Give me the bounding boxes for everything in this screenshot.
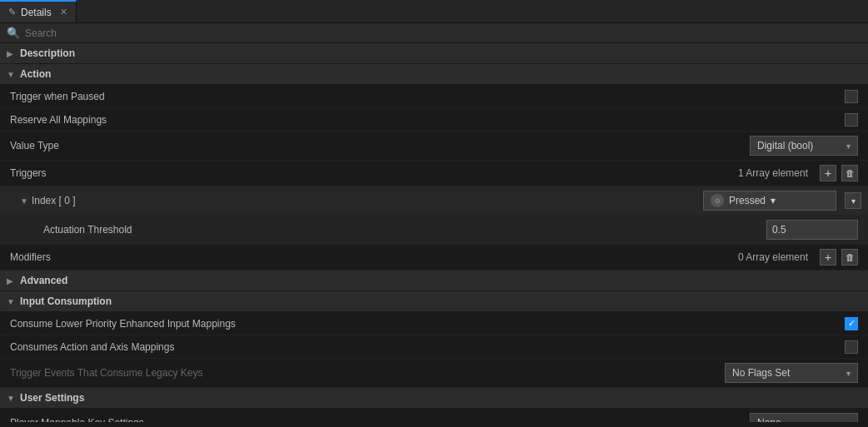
search-input[interactable] bbox=[25, 27, 861, 39]
triggers-array-label: 1 Array element bbox=[738, 167, 808, 179]
consumes-action-label: Consumes Action and Axis Mappings bbox=[10, 341, 845, 353]
player-mappable-row: Player Mappable Key Settings None ▾ bbox=[0, 409, 868, 422]
trigger-when-paused-label: Trigger when Paused bbox=[10, 91, 845, 102]
tab-close-button[interactable]: ✕ bbox=[60, 7, 67, 17]
triggers-control: 1 Array element + 🗑 bbox=[738, 165, 858, 181]
advanced-chevron-icon: ▶ bbox=[7, 276, 17, 285]
consumes-action-checkbox[interactable] bbox=[845, 340, 858, 354]
pencil-icon: ✎ bbox=[8, 7, 16, 17]
action-section-header[interactable]: ▼ Action bbox=[0, 64, 868, 85]
consume-lower-control bbox=[845, 317, 858, 330]
value-type-control: Digital (bool) ▾ bbox=[750, 136, 858, 156]
consume-lower-checkbox[interactable] bbox=[845, 317, 858, 330]
tab-label: Details bbox=[21, 7, 52, 18]
trigger-events-dropdown-text: No Flags Set bbox=[732, 367, 841, 379]
index-label-group: ▼ Index [ 0 ] bbox=[7, 195, 703, 206]
triggers-row: Triggers 1 Array element + 🗑 bbox=[0, 161, 868, 186]
trigger-when-paused-row: Trigger when Paused bbox=[0, 85, 868, 108]
index-row: ▼ Index [ 0 ] ⊙ Pressed ▾ ▾ bbox=[0, 186, 868, 216]
modifiers-label: Modifiers bbox=[10, 251, 738, 263]
pressed-dropdown-arrow-icon: ▾ bbox=[771, 195, 776, 206]
reserve-all-mappings-row: Reserve All Mappings bbox=[0, 108, 868, 132]
triggers-add-button[interactable]: + bbox=[820, 165, 836, 181]
action-chevron-icon: ▼ bbox=[7, 70, 17, 79]
description-section-title: Description bbox=[20, 47, 75, 59]
consumes-action-row: Consumes Action and Axis Mappings bbox=[0, 335, 868, 359]
consume-lower-label: Consume Lower Priority Enhanced Input Ma… bbox=[10, 318, 845, 330]
value-type-row: Value Type Digital (bool) ▾ bbox=[0, 132, 868, 161]
search-icon: 🔍 bbox=[7, 27, 20, 39]
actuation-threshold-control bbox=[766, 220, 858, 240]
tab-bar: ✎ Details ✕ bbox=[0, 0, 868, 23]
input-consumption-chevron-icon: ▼ bbox=[7, 297, 17, 306]
advanced-section-header[interactable]: ▶ Advanced bbox=[0, 271, 868, 291]
reserve-all-mappings-checkbox[interactable] bbox=[845, 113, 858, 127]
details-tab[interactable]: ✎ Details ✕ bbox=[0, 0, 77, 22]
actuation-threshold-label: Actuation Threshold bbox=[10, 224, 766, 236]
player-mappable-dropdown-text: None bbox=[757, 417, 841, 422]
reserve-all-mappings-label: Reserve All Mappings bbox=[10, 114, 845, 126]
input-consumption-section-header[interactable]: ▼ Input Consumption bbox=[0, 291, 868, 312]
trigger-events-row: Trigger Events That Consume Legacy Keys … bbox=[0, 359, 868, 388]
triggers-delete-button[interactable]: 🗑 bbox=[841, 165, 858, 181]
consumes-action-control bbox=[845, 340, 858, 354]
modifiers-add-button[interactable]: + bbox=[820, 249, 836, 266]
consume-lower-row: Consume Lower Priority Enhanced Input Ma… bbox=[0, 312, 868, 335]
input-consumption-section-title: Input Consumption bbox=[20, 295, 112, 307]
value-type-label: Value Type bbox=[10, 140, 750, 151]
index-controls: ⊙ Pressed ▾ ▾ bbox=[703, 191, 861, 211]
modifiers-control: 0 Array element + 🗑 bbox=[738, 249, 858, 266]
search-bar: 🔍 bbox=[0, 23, 868, 43]
trigger-events-dropdown-arrow-icon: ▾ bbox=[846, 369, 851, 378]
reserve-all-mappings-control bbox=[845, 113, 858, 127]
player-mappable-dropdown[interactable]: None ▾ bbox=[750, 413, 858, 422]
player-mappable-label: Player Mappable Key Settings bbox=[10, 417, 750, 422]
value-type-dropdown-text: Digital (bool) bbox=[757, 140, 841, 151]
trigger-when-paused-checkbox[interactable] bbox=[845, 90, 858, 103]
actuation-threshold-input[interactable] bbox=[766, 220, 858, 240]
modifiers-row: Modifiers 0 Array element + 🗑 bbox=[0, 245, 868, 271]
pressed-icon: ⊙ bbox=[711, 194, 724, 207]
description-section-header[interactable]: ▶ Description bbox=[0, 43, 868, 64]
pressed-dropdown-text: Pressed bbox=[729, 195, 766, 206]
trigger-events-dropdown[interactable]: No Flags Set ▾ bbox=[725, 363, 858, 383]
user-settings-section-header[interactable]: ▼ User Settings bbox=[0, 388, 868, 409]
user-settings-section-title: User Settings bbox=[20, 392, 84, 404]
trigger-events-control: No Flags Set ▾ bbox=[725, 363, 858, 383]
trigger-events-label: Trigger Events That Consume Legacy Keys bbox=[10, 367, 725, 379]
trigger-when-paused-control bbox=[845, 90, 858, 103]
value-type-dropdown[interactable]: Digital (bool) ▾ bbox=[750, 136, 858, 156]
player-mappable-control: None ▾ bbox=[750, 413, 858, 422]
index-label-text: Index [ 0 ] bbox=[32, 195, 76, 206]
index-expand-button[interactable]: ▾ bbox=[845, 192, 861, 209]
modifiers-array-label: 0 Array element bbox=[738, 251, 808, 263]
pressed-dropdown[interactable]: ⊙ Pressed ▾ bbox=[703, 191, 836, 211]
value-type-dropdown-arrow-icon: ▾ bbox=[846, 142, 851, 151]
index-chevron-icon: ▼ bbox=[20, 196, 28, 206]
description-chevron-icon: ▶ bbox=[7, 49, 17, 58]
actuation-threshold-row: Actuation Threshold bbox=[0, 216, 868, 245]
user-settings-chevron-icon: ▼ bbox=[7, 394, 17, 403]
player-mappable-dropdown-arrow-icon: ▾ bbox=[846, 419, 851, 423]
modifiers-delete-button[interactable]: 🗑 bbox=[841, 249, 858, 266]
triggers-label: Triggers bbox=[10, 167, 738, 179]
action-section-title: Action bbox=[20, 68, 51, 80]
advanced-section-title: Advanced bbox=[20, 275, 67, 286]
content-area: ▶ Description ▼ Action Trigger when Paus… bbox=[0, 43, 868, 422]
